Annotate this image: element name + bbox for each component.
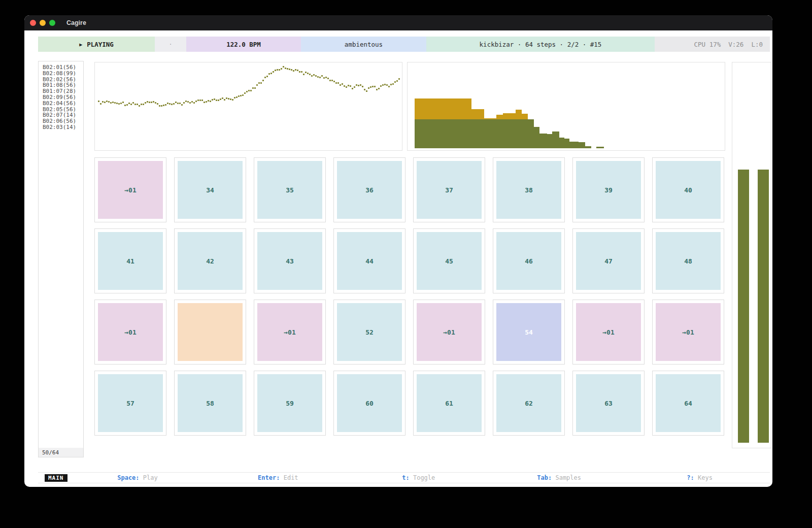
pad[interactable]: 63: [572, 371, 645, 436]
waveform-dot: [114, 102, 116, 104]
pad[interactable]: 46: [493, 228, 565, 293]
waveform-dot: [187, 101, 189, 103]
waveform-dot: [126, 104, 128, 106]
waveform-dot: [230, 98, 231, 100]
sample-list-item[interactable]: B02:03(14): [43, 124, 83, 130]
waveform-dot: [315, 75, 317, 77]
pad[interactable]: 60: [333, 371, 405, 436]
zoom-window-button[interactable]: [49, 20, 55, 26]
histogram-bar: [539, 134, 547, 148]
pad[interactable]: 59: [254, 371, 326, 436]
pad[interactable]: 45: [413, 228, 485, 293]
pad[interactable]: 47: [572, 228, 645, 293]
pad-label: →01: [98, 303, 163, 361]
histogram-bar: [534, 127, 539, 148]
bpm-display[interactable]: 122.0 BPM: [186, 37, 301, 52]
waveform-dot: [356, 84, 357, 86]
pad[interactable]: →01: [94, 157, 166, 222]
pad[interactable]: 43: [254, 228, 326, 293]
close-window-button[interactable]: [30, 20, 36, 26]
histogram-bar: [503, 113, 516, 148]
pad-label: 52: [337, 303, 402, 361]
pad-label: →01: [98, 161, 163, 219]
waveform-dot: [398, 78, 400, 80]
title-bar[interactable]: Cagire: [24, 15, 772, 30]
pad[interactable]: 48: [652, 228, 724, 293]
pad[interactable]: →01: [413, 300, 485, 365]
histogram-bar: [552, 131, 559, 148]
system-stats: CPU 17% V:26 L:0: [655, 37, 770, 52]
waveform-dot: [273, 71, 274, 73]
waveform-dot: [331, 80, 333, 81]
pad[interactable]: 42: [174, 228, 246, 293]
waveform-dot: [100, 103, 101, 105]
pad[interactable]: →01: [254, 300, 326, 365]
waveform-dot: [262, 80, 264, 81]
kit-info-text: kickbizar · 64 steps · 2/2 · #15: [480, 41, 602, 48]
sample-list-item[interactable]: B02:04(56): [43, 101, 83, 107]
waveform-dot: [281, 68, 282, 70]
histogram-bar: [579, 142, 585, 148]
pad[interactable]: 58: [174, 371, 246, 436]
waveform-dot: [266, 76, 268, 77]
pad[interactable]: 40: [652, 157, 724, 222]
histogram-lower-band: [559, 138, 564, 148]
waveform-overview-chart: [94, 62, 402, 151]
sample-pack-display[interactable]: ambientous: [301, 37, 426, 52]
sample-list-item[interactable]: B02:09(56): [43, 94, 83, 101]
level-meter-bar: [738, 170, 749, 443]
pad[interactable]: 61: [413, 371, 485, 436]
histogram-lower-band: [516, 119, 522, 148]
waveform-dot: [254, 87, 256, 89]
waveform-dot: [260, 82, 262, 84]
pad[interactable]: 34: [174, 157, 246, 222]
pad[interactable]: 38: [493, 157, 565, 222]
sample-list-item[interactable]: B02:08(99): [43, 71, 83, 77]
waveform-dot: [390, 84, 392, 85]
waveform-dot: [270, 73, 272, 74]
waveform-dot: [340, 84, 341, 86]
waveform-dot: [384, 84, 386, 85]
waveform-dot: [116, 103, 118, 104]
pad[interactable]: →01: [652, 300, 724, 365]
waveform-dot: [264, 77, 266, 78]
pad[interactable]: [174, 300, 246, 365]
waveform-dot: [189, 102, 191, 104]
waveform-dot: [299, 71, 300, 73]
histogram-plot-area: [412, 63, 721, 148]
pad[interactable]: 57: [94, 371, 166, 436]
pad[interactable]: 36: [333, 157, 405, 222]
pad[interactable]: 54: [493, 300, 565, 365]
pad[interactable]: 41: [94, 228, 166, 293]
waveform-dot: [220, 98, 221, 100]
waveform-dot: [124, 105, 126, 106]
pad[interactable]: 44: [333, 228, 405, 293]
waveform-dot: [183, 102, 185, 104]
pad[interactable]: →01: [94, 300, 166, 365]
level-meter-panel: [732, 62, 771, 448]
waveform-dot: [147, 101, 148, 103]
waveform-dot: [344, 85, 345, 87]
waveform-dot: [212, 99, 213, 101]
pad[interactable]: →01: [572, 300, 645, 365]
pad[interactable]: 52: [333, 300, 405, 365]
pad-label: 37: [417, 161, 482, 219]
pad[interactable]: 37: [413, 157, 485, 222]
footer-bar: MAIN Space: PlayEnter: Editt: ToggleTab:…: [38, 472, 770, 483]
waveform-dot: [226, 97, 227, 99]
waveform-dot: [317, 76, 319, 78]
level-meter-bar: [758, 170, 769, 443]
waveform-dot: [364, 89, 365, 90]
pad[interactable]: 64: [652, 371, 724, 436]
waveform-dot: [197, 100, 199, 101]
pad[interactable]: 39: [572, 157, 645, 222]
histogram-lower-band: [569, 142, 579, 148]
waveform-dot: [279, 69, 280, 71]
histogram-bar: [585, 146, 591, 148]
pad[interactable]: 62: [493, 371, 565, 436]
transport-status[interactable]: ▶ PLAYING: [38, 37, 155, 52]
waveform-dot: [173, 103, 175, 105]
minimize-window-button[interactable]: [40, 20, 46, 26]
pad[interactable]: 35: [254, 157, 326, 222]
pad-label: 57: [98, 374, 163, 432]
